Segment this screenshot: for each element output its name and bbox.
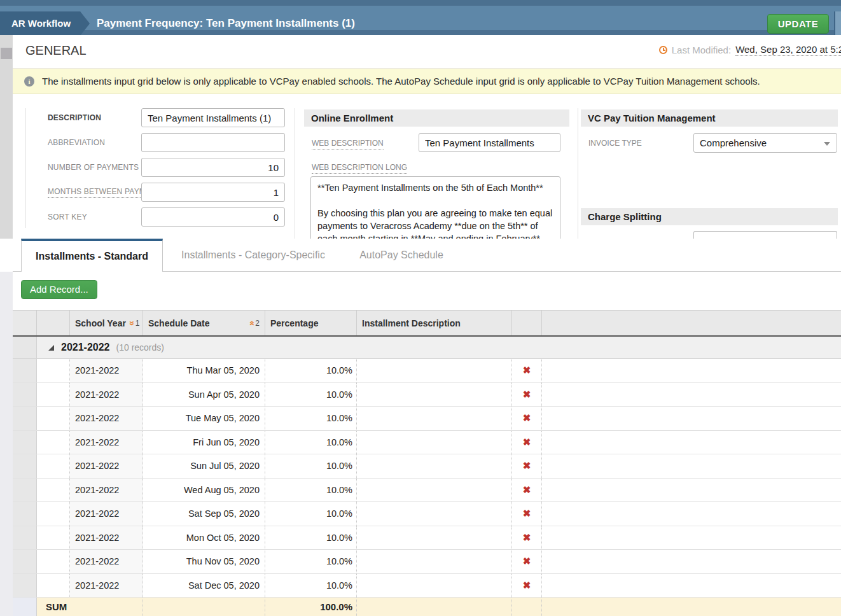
- cell-schedule-date[interactable]: Thu Nov 05, 2020: [143, 550, 265, 573]
- cell-school-year[interactable]: 2021-2022: [70, 383, 143, 407]
- cell-installment-description[interactable]: [357, 502, 512, 526]
- table-header-row: School Year » 1 Schedule Date « 2 Percen…: [13, 311, 841, 337]
- cell-delete: ✖: [512, 383, 542, 407]
- cell-percentage[interactable]: 10.0%: [265, 502, 357, 526]
- breadcrumb[interactable]: AR Workflow: [0, 11, 90, 36]
- delete-row-icon[interactable]: ✖: [523, 460, 531, 472]
- months-between-payments-field[interactable]: [141, 183, 285, 202]
- sum-gutter: [13, 598, 37, 616]
- column-header-school-year[interactable]: School Year » 1: [70, 311, 143, 335]
- column-header-percentage[interactable]: Percentage: [265, 311, 357, 335]
- update-button[interactable]: UPDATE: [767, 14, 829, 34]
- delete-row-icon[interactable]: ✖: [523, 484, 531, 496]
- column-header-installment-description[interactable]: Installment Description: [357, 311, 512, 335]
- delete-row-icon[interactable]: ✖: [523, 389, 531, 400]
- cell-schedule-date[interactable]: Tue May 05, 2020: [143, 407, 265, 430]
- cell-schedule-date[interactable]: Sat Dec 05, 2020: [143, 574, 265, 598]
- charge-splitting-field-partial[interactable]: [693, 231, 837, 239]
- last-modified: Last Modified: Wed, Sep 23, 2020 at 5:2: [659, 44, 841, 56]
- form-left-divider: [25, 108, 26, 228]
- web-description-label: WEB DESCRIPTION: [312, 139, 384, 148]
- cell-school-year[interactable]: 2021-2022: [70, 454, 143, 478]
- delete-row-icon[interactable]: ✖: [523, 412, 531, 424]
- cell-installment-description[interactable]: [357, 526, 512, 550]
- cell-percentage[interactable]: 10.0%: [265, 383, 357, 407]
- invoice-type-value: Comprehensive: [700, 137, 767, 148]
- sum-schedule-date: [143, 598, 265, 616]
- header-spacer: [37, 311, 70, 335]
- cell-filler: [542, 479, 841, 502]
- sort-indicator-school-year: » 1: [130, 319, 139, 328]
- sum-label: SUM: [37, 598, 70, 616]
- cell-filler: [542, 526, 841, 550]
- collapse-group-icon[interactable]: [48, 345, 54, 351]
- cell-school-year[interactable]: 2021-2022: [70, 550, 143, 573]
- tab-installments-category-specific[interactable]: Installments - Category-Specific: [180, 239, 326, 271]
- left-scrollbar-thumb[interactable]: [1, 48, 12, 59]
- cell-installment-description[interactable]: [357, 431, 512, 454]
- description-field[interactable]: [141, 108, 285, 127]
- cell-schedule-date[interactable]: Wed Aug 05, 2020: [143, 479, 265, 502]
- cell-percentage[interactable]: 10.0%: [265, 407, 357, 430]
- delete-row-icon[interactable]: ✖: [523, 556, 531, 567]
- cell-school-year[interactable]: 2021-2022: [70, 574, 143, 598]
- cell-installment-description[interactable]: [357, 574, 512, 598]
- cell-schedule-date[interactable]: Sat Sep 05, 2020: [143, 502, 265, 526]
- last-modified-value[interactable]: Wed, Sep 23, 2020 at 5:2: [735, 44, 841, 56]
- tab-installments-standard[interactable]: Installments - Standard: [21, 239, 163, 272]
- column-header-schedule-date[interactable]: Schedule Date « 2: [143, 311, 265, 335]
- next-button-partial[interactable]: [834, 11, 841, 36]
- cell-filler: [542, 407, 841, 430]
- abbreviation-field[interactable]: [141, 133, 285, 152]
- cell-percentage[interactable]: 10.0%: [265, 526, 357, 550]
- invoice-type-label: INVOICE TYPE: [588, 139, 642, 148]
- cell-school-year[interactable]: 2021-2022: [70, 502, 143, 526]
- sort-key-field[interactable]: [141, 207, 285, 227]
- row-spacer: [37, 574, 70, 598]
- cell-percentage[interactable]: 10.0%: [265, 431, 357, 454]
- table-row: 2021-2022 Sun Jul 05, 2020 10.0% ✖: [13, 454, 841, 479]
- cell-delete: ✖: [512, 550, 542, 573]
- cell-installment-description[interactable]: [357, 454, 512, 478]
- invoice-type-select[interactable]: Comprehensive: [693, 133, 837, 153]
- web-description-long-field[interactable]: **Ten Payment Installments on the 5th of…: [310, 176, 560, 239]
- cell-percentage[interactable]: 10.0%: [265, 359, 357, 382]
- cell-installment-description[interactable]: [357, 550, 512, 573]
- cell-school-year[interactable]: 2021-2022: [70, 431, 143, 454]
- cell-schedule-date[interactable]: Mon Oct 05, 2020: [143, 526, 265, 550]
- delete-row-icon[interactable]: ✖: [523, 365, 531, 376]
- cell-percentage[interactable]: 10.0%: [265, 454, 357, 478]
- number-of-payments-label: NUMBER OF PAYMENTS: [48, 158, 139, 177]
- cell-schedule-date[interactable]: Thu Mar 05, 2020: [143, 359, 265, 382]
- cell-schedule-date[interactable]: Fri Jun 05, 2020: [143, 431, 265, 454]
- sum-description: [357, 598, 512, 616]
- delete-row-icon[interactable]: ✖: [523, 532, 531, 543]
- delete-row-icon[interactable]: ✖: [523, 508, 531, 519]
- cell-installment-description[interactable]: [357, 407, 512, 430]
- row-gutter: [13, 454, 37, 478]
- sort-asc-icon: «: [247, 321, 256, 326]
- number-of-payments-field[interactable]: [141, 158, 285, 177]
- web-description-field[interactable]: [419, 133, 560, 152]
- cell-school-year[interactable]: 2021-2022: [70, 359, 143, 382]
- group-row[interactable]: 2021-2022 (10 records): [13, 337, 841, 359]
- cell-school-year[interactable]: 2021-2022: [70, 479, 143, 502]
- cell-installment-description[interactable]: [357, 479, 512, 502]
- cell-percentage[interactable]: 10.0%: [265, 550, 357, 573]
- sort-indicator-schedule-date: « 2: [250, 319, 260, 328]
- sort-key-label: SORT KEY: [48, 207, 87, 227]
- left-scrollbar-track[interactable]: [0, 35, 13, 239]
- table-row: 2021-2022 Tue May 05, 2020 10.0% ✖: [13, 407, 841, 431]
- cell-schedule-date[interactable]: Sun Jul 05, 2020: [143, 454, 265, 478]
- cell-school-year[interactable]: 2021-2022: [70, 407, 143, 430]
- cell-school-year[interactable]: 2021-2022: [70, 526, 143, 550]
- add-record-button[interactable]: Add Record...: [21, 280, 97, 299]
- cell-percentage[interactable]: 10.0%: [265, 574, 357, 598]
- tab-autopay-schedule[interactable]: AutoPay Schedule: [354, 239, 449, 271]
- cell-installment-description[interactable]: [357, 383, 512, 407]
- cell-schedule-date[interactable]: Sun Apr 05, 2020: [143, 383, 265, 407]
- cell-installment-description[interactable]: [357, 359, 512, 382]
- delete-row-icon[interactable]: ✖: [523, 580, 531, 591]
- cell-percentage[interactable]: 10.0%: [265, 479, 357, 502]
- delete-row-icon[interactable]: ✖: [523, 437, 531, 448]
